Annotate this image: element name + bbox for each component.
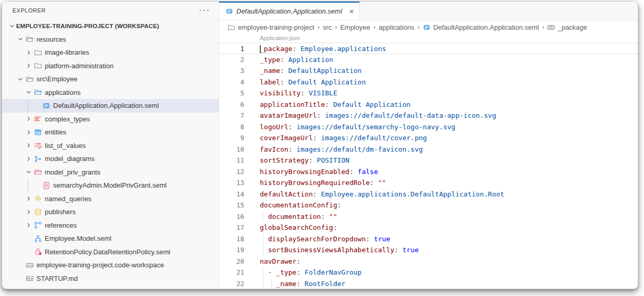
code-line-16[interactable]: 16 documentation: ""	[219, 211, 638, 223]
chevron-down-icon[interactable]	[24, 88, 33, 96]
tree-item-label: EMPLOYEE-TRAINING-PROJECT (WORKSPACE)	[16, 23, 159, 29]
tree-item-employee-training-project-code-workspace[interactable]: JSONemployee-training-project.code-works…	[2, 258, 219, 272]
code-line-17[interactable]: 17globalSearchConfig:	[219, 222, 638, 233]
code-line-11[interactable]: 11sortStrategy: POSITION	[219, 155, 638, 166]
folder-icon	[228, 23, 235, 31]
code-line-5[interactable]: 5visibility: VISIBLE	[219, 88, 638, 99]
code-line-10[interactable]: 10favIcon: images://default/dm-favicon.s…	[219, 144, 638, 155]
tree-item-label: STARTUP.md	[36, 275, 78, 282]
code-line-8[interactable]: 8logoUrl: images://default/semarchy-logo…	[219, 121, 638, 133]
line-number: 18	[219, 233, 244, 245]
chevron-spacer	[24, 248, 33, 256]
chevron-down-icon[interactable]	[16, 75, 24, 83]
chevron-right-icon[interactable]	[24, 128, 33, 137]
tab-label: DefaultApplication.Application.seml	[236, 7, 342, 15]
code-line-6[interactable]: 6applicationTitle: Default Application	[219, 99, 638, 110]
chevron-right-icon[interactable]	[24, 48, 33, 57]
chevron-spacer	[16, 274, 24, 282]
breadcrumb-item-employee[interactable]: Employee	[340, 23, 370, 31]
applications-folder-open-icon	[33, 88, 42, 96]
code-text: globalSearchConfig:	[244, 222, 337, 233]
indent-guide	[271, 278, 272, 289]
breadcrumb-item-applications[interactable]: applications	[378, 23, 414, 31]
tree-item-resources[interactable]: resources	[2, 33, 219, 46]
tree-item-references[interactable]: references	[2, 219, 219, 232]
code-line-9[interactable]: 9coverImageUrl: images://default/cover.p…	[219, 132, 638, 144]
chevron-down-icon[interactable]	[24, 168, 33, 176]
tree-item-model-priv-grants[interactable]: model_priv_grants	[2, 166, 219, 179]
indent-guide	[263, 211, 263, 223]
tree-item-retentionpolicy-dataretentionpolicy-seml[interactable]: RetentionPolicy.DataRetentionPolicy.seml	[2, 245, 219, 259]
yaml-colon: :	[296, 257, 300, 265]
code-line-18[interactable]: 18 displaySearchForDropdown: true	[219, 233, 638, 245]
tab-defaultapplication[interactable]: DefaultApplication.Application.seml ×	[219, 2, 360, 20]
code-line-3[interactable]: 3_name: DefaultApplication	[219, 65, 638, 77]
code-line-19[interactable]: 19 sortBusinessViewsAlphabetically: true	[219, 244, 638, 256]
tree-item-list-of-values[interactable]: list_of_values	[2, 139, 219, 153]
yaml-key: visibility	[260, 89, 300, 97]
chevron-right-icon[interactable]	[24, 115, 33, 123]
chevron-right-icon[interactable]	[24, 61, 33, 70]
yaml-key: displaySearchForDropdown	[268, 235, 366, 243]
tree-item-defaultapplication-application-seml[interactable]: DefaultApplication.Application.seml	[2, 99, 219, 113]
line-number: 22	[219, 278, 244, 289]
yaml-colon: :	[296, 268, 300, 276]
chevron-right-icon[interactable]	[24, 221, 33, 229]
code-line-20[interactable]: 20navDrawer:	[219, 256, 638, 267]
code-line-7[interactable]: 7avatarImageUrl: images://default/defaul…	[219, 110, 638, 121]
tree-item-publishers[interactable]: publishers	[2, 205, 219, 219]
yaml-colon: :	[288, 145, 293, 153]
breadcrumb-item-src[interactable]: src	[323, 23, 332, 31]
tree-item-entities[interactable]: entities	[2, 126, 219, 139]
code-line-13[interactable]: 13historyBrowsingRequiredRole: ""	[219, 177, 638, 189]
tree-item-complex-types[interactable]: complex_types	[2, 113, 219, 126]
tree-item-applications[interactable]: applications	[2, 86, 219, 100]
vscode-window: EXPLORER ··· EMPLOYEE-TRAINING-PROJECT (…	[2, 1, 638, 289]
tree-item-image-libraries[interactable]: image-libraries	[2, 46, 219, 59]
retention-policy-file-icon	[33, 248, 42, 256]
yaml-value: RootFolder	[305, 280, 345, 288]
chevron-down-icon[interactable]	[7, 22, 16, 30]
yaml-value: POSITION	[317, 156, 350, 164]
chevron-right-icon[interactable]	[24, 208, 33, 216]
chevron-right-icon[interactable]	[24, 194, 33, 203]
chevron-right-icon[interactable]	[24, 141, 33, 150]
tree-item-employee-model-seml[interactable]: Employee.Model.seml	[2, 232, 219, 245]
complex-types-icon	[33, 115, 42, 123]
folder-open-icon	[25, 75, 34, 83]
list-of-values-icon	[33, 141, 42, 150]
breadcrumb-item-defaultapplication-application-seml[interactable]: DefaultApplication.Application.seml	[423, 23, 539, 31]
tree-item-semarchyadmin-modelprivgrant-seml[interactable]: semarchyAdmin.ModelPrivGrant.seml	[2, 179, 219, 192]
tree-item-src-employee[interactable]: src\Employee	[2, 72, 219, 86]
more-actions-icon[interactable]: ···	[199, 8, 210, 13]
tree-item-label: src\Employee	[36, 75, 78, 83]
tree-item-platform-administration[interactable]: platform-administration	[2, 59, 219, 73]
tree-item-employee-training-project-workspace[interactable]: EMPLOYEE-TRAINING-PROJECT (WORKSPACE)	[2, 19, 219, 33]
tree-item-model-diagrams[interactable]: model_diagrams	[2, 152, 219, 166]
code-line-15[interactable]: 15documentationConfig:	[219, 200, 638, 211]
folder-icon	[33, 61, 42, 70]
line-number: 20	[219, 256, 244, 267]
code-line-1[interactable]: 1_package: Employee.applications	[219, 43, 638, 54]
breadcrumb-item-package[interactable]: abc_package	[547, 23, 587, 31]
chevron-down-icon[interactable]	[16, 35, 24, 43]
code-text: _name: DefaultApplication	[244, 65, 362, 77]
code-text: _package: Employee.applications	[244, 43, 386, 54]
code-text: historyBrowsingEnabled: false	[244, 166, 378, 178]
tree-item-label: named_queries	[45, 195, 92, 203]
yaml-colon: :	[349, 168, 353, 176]
tree-item-named-queries[interactable]: named_queries	[2, 192, 219, 206]
tree-item-startup-md[interactable]: STARTUP.md	[2, 272, 219, 286]
code-line-22[interactable]: 22 _name: RootFolder	[219, 278, 638, 289]
code-line-2[interactable]: 2_type: Application	[219, 54, 638, 66]
code-line-12[interactable]: 12historyBrowsingEnabled: false	[219, 166, 638, 178]
close-icon[interactable]: ×	[349, 7, 354, 15]
schema-hint[interactable]: Application.json	[260, 34, 638, 43]
code-editor[interactable]: Application.json 1_package: Employee.app…	[219, 34, 638, 289]
code-line-14[interactable]: 14defaultAction: Employee.applications.D…	[219, 189, 638, 200]
code-line-4[interactable]: 4label: Default Application	[219, 77, 638, 88]
breadcrumb-label: src	[323, 23, 332, 31]
chevron-right-icon[interactable]	[24, 155, 33, 163]
breadcrumb-item-employee-training-project[interactable]: employee-training-project	[228, 23, 314, 31]
code-line-21[interactable]: 21 - _type: FolderNavGroup	[219, 267, 638, 278]
